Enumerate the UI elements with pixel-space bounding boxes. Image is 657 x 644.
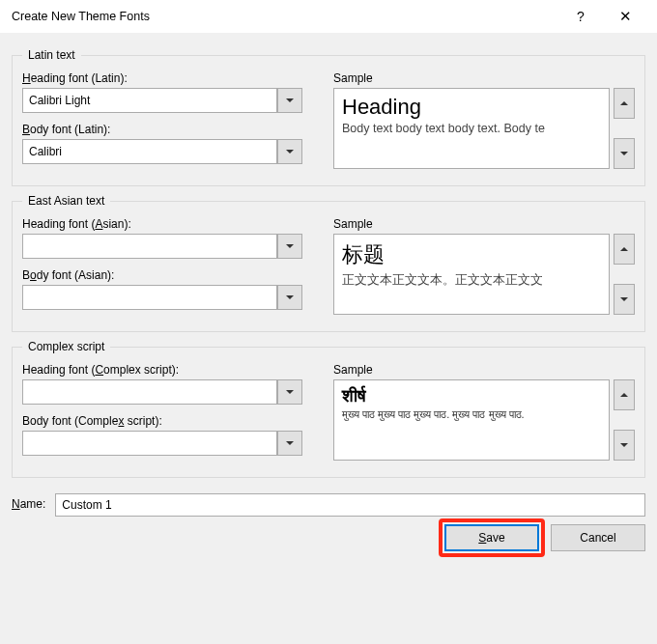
name-label: Name: <box>12 497 45 511</box>
chevron-up-icon <box>620 393 628 397</box>
sample-latin-spin-down[interactable] <box>614 138 635 169</box>
chevron-down-icon <box>620 443 628 447</box>
sample-latin-spin-up[interactable] <box>614 88 635 119</box>
group-asian-legend: East Asian text <box>22 194 110 208</box>
help-button[interactable]: ? <box>558 2 603 31</box>
chevron-up-icon <box>620 101 628 105</box>
group-asian: East Asian text Heading font (Asian): Bo… <box>12 194 645 332</box>
heading-font-complex-dropdown-button[interactable] <box>277 379 302 405</box>
sample-latin-box: Heading Body text body text body text. B… <box>333 88 610 169</box>
body-font-latin-label: Body font (Latin): <box>22 123 312 136</box>
heading-font-latin-dropdown-button[interactable] <box>277 88 302 113</box>
chevron-up-icon <box>620 247 628 251</box>
body-font-latin-combo[interactable]: Calibri <box>22 139 302 164</box>
body-font-asian-dropdown-button[interactable] <box>277 285 302 310</box>
sample-complex-label: Sample <box>333 363 635 377</box>
sample-complex-body: मुख्य पाठ मुख्य पाठ मुख्य पाठ. मुख्य पाठ… <box>342 408 601 421</box>
create-theme-fonts-dialog: Create New Theme Fonts ? ✕ Latin text HH… <box>0 0 657 644</box>
titlebar: Create New Theme Fonts ? ✕ <box>0 0 657 33</box>
sample-latin-body: Body text body text body text. Body te <box>342 122 601 135</box>
name-row: Name: <box>0 484 657 517</box>
help-icon: ? <box>577 9 585 24</box>
chevron-down-icon <box>286 244 294 248</box>
body-font-complex-combo[interactable] <box>22 431 302 456</box>
sample-asian-heading: 标题 <box>342 240 601 269</box>
sample-asian-box: 标题 正文文本正文文本。正文文本正文文 <box>333 234 610 315</box>
group-complex: Complex script Heading font (Complex scr… <box>12 340 645 478</box>
sample-latin-heading: Heading <box>342 95 601 120</box>
body-font-asian-combo[interactable] <box>22 285 302 310</box>
save-button[interactable]: Save <box>444 524 539 551</box>
sample-asian-body: 正文文本正文文本。正文文本正文文 <box>342 271 601 289</box>
body-font-asian-label: Body font (Asian): <box>22 268 312 282</box>
name-input[interactable] <box>55 493 645 517</box>
dialog-body: Latin text HHeading font (Latin):eading … <box>0 33 657 478</box>
sample-complex-heading: शीर्ष <box>342 386 601 406</box>
chevron-down-icon <box>286 150 294 154</box>
heading-font-latin-combo[interactable]: Calibri Light <box>22 88 302 113</box>
group-complex-legend: Complex script <box>22 340 110 353</box>
heading-font-asian-dropdown-button[interactable] <box>277 234 302 259</box>
sample-complex-spin-up[interactable] <box>614 379 635 410</box>
chevron-down-icon <box>286 295 294 299</box>
heading-font-latin-value[interactable]: Calibri Light <box>22 88 277 113</box>
cancel-button-label: Cancel <box>580 531 615 545</box>
body-font-latin-dropdown-button[interactable] <box>277 139 302 164</box>
heading-font-complex-value[interactable] <box>22 379 277 405</box>
heading-font-latin-label: HHeading font (Latin):eading font (Latin… <box>22 71 312 85</box>
sample-latin-label: Sample <box>333 71 635 85</box>
body-font-latin-value[interactable]: Calibri <box>22 139 277 164</box>
sample-asian-spin-down[interactable] <box>614 284 635 315</box>
close-icon: ✕ <box>619 8 632 25</box>
sample-complex-box: शीर्ष मुख्य पाठ मुख्य पाठ मुख्य पाठ. मुख… <box>333 379 610 461</box>
chevron-down-icon <box>620 152 628 155</box>
body-font-complex-label: Body font (Complex script): <box>22 414 312 428</box>
body-font-complex-value[interactable] <box>22 431 277 456</box>
heading-font-asian-label: Heading font (Asian): <box>22 217 312 231</box>
heading-font-complex-combo[interactable] <box>22 379 302 405</box>
heading-font-asian-combo[interactable] <box>22 234 302 259</box>
action-row: Save Cancel <box>0 517 657 561</box>
save-button-label-rest: ave <box>486 531 504 545</box>
group-latin-legend: Latin text <box>22 48 81 62</box>
chevron-down-icon <box>620 297 628 301</box>
body-font-asian-value[interactable] <box>22 285 277 310</box>
chevron-down-icon <box>286 390 294 394</box>
sample-asian-spin-up[interactable] <box>614 234 635 265</box>
heading-font-asian-value[interactable] <box>22 234 277 259</box>
sample-complex-spin-down[interactable] <box>614 430 635 461</box>
body-font-complex-dropdown-button[interactable] <box>277 431 302 456</box>
heading-font-complex-label: Heading font (Complex script): <box>22 363 312 377</box>
chevron-down-icon <box>286 441 294 445</box>
chevron-down-icon <box>286 98 294 102</box>
close-button[interactable]: ✕ <box>603 2 647 31</box>
sample-asian-label: Sample <box>333 217 635 231</box>
dialog-title: Create New Theme Fonts <box>10 10 558 23</box>
group-latin: Latin text HHeading font (Latin):eading … <box>12 48 645 186</box>
cancel-button[interactable]: Cancel <box>551 524 645 551</box>
